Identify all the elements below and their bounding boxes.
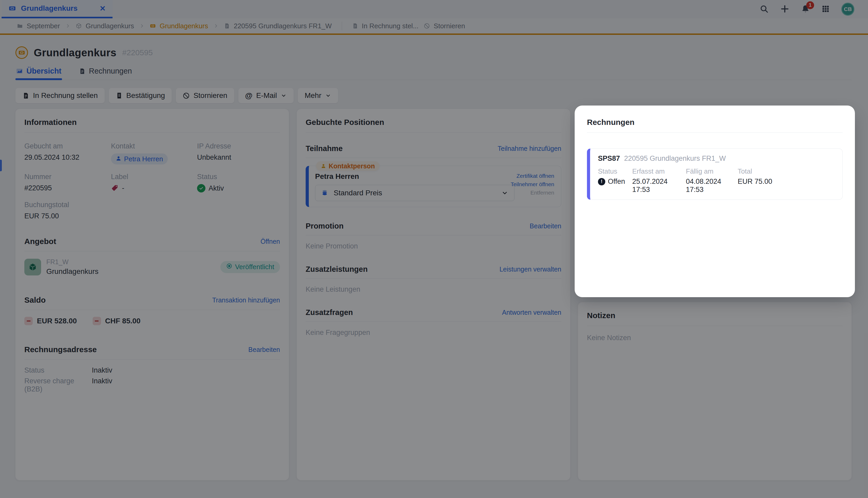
column-label: Fällig am [686,167,738,175]
invoice-status: Offen [608,178,625,186]
invoice-due: 04.08.2024 17:53 [686,178,738,194]
column-label: Status [598,167,632,175]
alert-icon: ! [598,178,605,185]
invoice-row[interactable]: SPS87 220595 Grundlagenkurs FR1_W Status… [587,148,843,200]
section-head: Rechnungen [587,114,843,132]
invoice-code: SPS87 [598,155,620,162]
invoice-due-col: Fällig am 04.08.2024 17:53 [686,167,738,194]
column-label: Erfasst am [632,167,686,175]
invoice-details: Status ! Offen Erfasst am 25.07.2024 17:… [598,167,836,194]
invoice-total-col: Total EUR 75.00 [738,167,836,194]
column-label: Total [738,167,836,175]
invoice-created-col: Erfasst am 25.07.2024 17:53 [632,167,686,194]
divider [587,132,843,133]
invoice-total: EUR 75.00 [738,178,836,186]
invoice-name: 220595 Grundlagenkurs FR1_W [624,155,726,162]
section-title: Rechnungen [587,118,635,127]
app-window: Grundlagenkurs ✕ 1 CB September [0,0,868,498]
invoice-status-col: Status ! Offen [598,167,632,194]
invoice-created: 25.07.2024 17:53 [632,178,686,194]
invoices-card: Rechnungen SPS87 220595 Grundlagenkurs F… [578,109,852,294]
